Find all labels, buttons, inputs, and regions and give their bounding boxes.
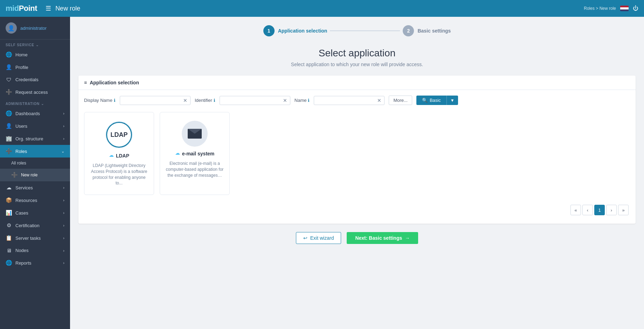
wizard-step-1: 1 Application selection	[263, 25, 327, 36]
ldap-name-row: ☁ LDAP	[109, 153, 129, 159]
sidebar-item-resources[interactable]: 📦 Resources ›	[0, 194, 70, 206]
administration-section-header: ADMINISTRATION ⌄	[0, 98, 70, 107]
org-structure-chevron-icon: ›	[63, 136, 64, 141]
sidebar-item-label: Nodes	[15, 248, 29, 253]
name-clear-icon[interactable]: ✕	[377, 98, 381, 103]
sidebar-item-label: Users	[15, 124, 27, 129]
sidebar-item-home[interactable]: 🌐 Home	[0, 48, 70, 61]
display-name-input[interactable]	[123, 98, 182, 103]
sidebar-item-new-role[interactable]: ➕ New role	[0, 169, 70, 181]
display-name-clear-icon[interactable]: ✕	[183, 98, 187, 103]
sidebar-item-services[interactable]: ☁ Services ›	[0, 181, 70, 194]
sidebar-item-label: Services	[15, 185, 33, 190]
sidebar-item-reports[interactable]: 🌐 Reports ›	[0, 257, 70, 269]
request-access-icon: ➕	[6, 89, 12, 95]
sidebar-item-label: Roles	[15, 149, 27, 154]
step2-circle: 2	[403, 25, 414, 36]
application-cards: LDAP ☁ LDAP LDAP (Lightweight Directory …	[84, 112, 630, 195]
sidebar-item-roles[interactable]: ➕ Roles ⌄	[0, 145, 70, 158]
search-dropdown-button[interactable]: ▼	[446, 96, 458, 105]
administration-chevron-icon[interactable]: ⌄	[41, 102, 44, 106]
sidebar-item-credentials[interactable]: 🛡 Credentials	[0, 74, 70, 86]
pagination-page-1-button[interactable]: 1	[594, 205, 605, 215]
sidebar-item-label: All roles	[11, 161, 26, 166]
administration-label: ADMINISTRATION	[6, 102, 40, 106]
search-row: Display Name ℹ ✕ Identifier ℹ ✕	[84, 96, 630, 105]
step2-label: Basic settings	[417, 28, 451, 34]
self-service-chevron-icon[interactable]: ⌄	[36, 43, 39, 47]
main-subheading: Select application to which your new rol…	[78, 62, 636, 67]
name-label: Name	[295, 98, 307, 103]
sidebar-item-certification[interactable]: ⚙ Certification ›	[0, 219, 70, 232]
ldap-name: LDAP	[116, 153, 129, 159]
exit-label: Exit wizard	[310, 235, 334, 241]
resources-icon: 📦	[6, 197, 12, 203]
wizard-step-2: 2 Basic settings	[403, 25, 451, 36]
self-service-label: SELF SERVICE	[6, 43, 34, 47]
more-button[interactable]: More...	[389, 96, 412, 105]
resources-chevron-icon: ›	[63, 198, 64, 202]
next-button[interactable]: Next: Basic settings →	[347, 232, 418, 244]
sidebar-item-org-structure[interactable]: 🏢 Org. structure ›	[0, 132, 70, 145]
nodes-icon: 🖥	[6, 247, 12, 253]
pagination-next-button[interactable]: ›	[606, 205, 617, 215]
pagination-last-button[interactable]: »	[618, 205, 629, 215]
new-role-icon: ➕	[11, 172, 18, 178]
next-label: Next: Basic settings	[355, 235, 402, 241]
sidebar-item-label: Server tasks	[15, 236, 41, 241]
sidebar-item-nodes[interactable]: 🖥 Nodes ›	[0, 244, 70, 257]
sidebar-item-label: Profile	[15, 65, 28, 70]
display-name-info-icon[interactable]: ℹ	[114, 98, 116, 103]
name-input[interactable]	[317, 98, 376, 103]
power-icon[interactable]: ⏻	[633, 5, 638, 12]
ldap-icon-circle: LDAP	[105, 121, 133, 149]
sidebar-item-users[interactable]: 👤 Users ›	[0, 120, 70, 132]
main-heading: Select application	[78, 48, 636, 59]
step2-num: 2	[407, 28, 410, 34]
breadcrumb-parent[interactable]: Roles	[584, 6, 595, 11]
sidebar-item-label: New role	[21, 173, 37, 177]
step-connector	[330, 30, 400, 31]
sidebar-item-profile[interactable]: 👤 Profile	[0, 61, 70, 74]
identifier-input[interactable]	[223, 98, 282, 103]
next-arrow-icon: →	[405, 235, 410, 241]
language-flag-icon[interactable]	[620, 6, 629, 11]
user-profile-area[interactable]: 👤 administrator	[0, 17, 70, 40]
footer-actions: ↩ Exit wizard Next: Basic settings →	[78, 232, 636, 244]
pagination-first-button[interactable]: «	[570, 205, 581, 215]
panel-body: Display Name ℹ ✕ Identifier ℹ ✕	[78, 90, 636, 224]
certification-icon: ⚙	[6, 222, 12, 229]
search-icon: 🔍	[422, 98, 428, 103]
topnav-right: Roles > New role ⏻	[584, 5, 638, 12]
logo-text-1: mid	[6, 4, 19, 13]
users-icon: 👤	[6, 123, 12, 129]
server-tasks-chevron-icon: ›	[63, 236, 64, 240]
sidebar-item-label: Reports	[15, 260, 32, 266]
sidebar-item-all-roles[interactable]: All roles	[0, 158, 70, 169]
panel-title: Application selection	[90, 80, 139, 85]
email-description: Electronic mail (e-mail) is a computer-b…	[166, 161, 224, 178]
sidebar-item-dashboards[interactable]: 🌐 Dashboards ›	[0, 107, 70, 120]
name-info-icon[interactable]: ℹ	[308, 98, 310, 103]
identifier-info-icon[interactable]: ℹ	[214, 98, 215, 103]
sidebar-item-request-access[interactable]: ➕ Request access	[0, 86, 70, 98]
display-name-input-wrap: ✕	[120, 96, 191, 105]
credentials-icon: 🛡	[6, 77, 12, 83]
identifier-clear-icon[interactable]: ✕	[283, 98, 287, 103]
username-label: administrator	[20, 26, 47, 31]
hamburger-icon[interactable]: ☰	[46, 5, 51, 12]
page-title: New role	[55, 5, 80, 12]
app-card-email[interactable]: ☁ e-mail system Electronic mail (e-mail)…	[160, 112, 230, 195]
top-navigation: midPoint ☰ New role Roles > New role ⏻	[0, 0, 644, 17]
users-chevron-icon: ›	[63, 124, 64, 128]
sidebar: 👤 administrator SELF SERVICE ⌄ 🌐 Home 👤 …	[0, 17, 70, 329]
sidebar-item-label: Cases	[15, 210, 28, 216]
exit-wizard-button[interactable]: ↩ Exit wizard	[296, 232, 341, 244]
search-button[interactable]: 🔍 Basic	[416, 96, 446, 105]
app-card-ldap[interactable]: LDAP ☁ LDAP LDAP (Lightweight Directory …	[84, 112, 154, 195]
pagination-prev-button[interactable]: ‹	[582, 205, 593, 215]
email-cloud-icon: ☁	[175, 150, 180, 156]
sidebar-item-cases[interactable]: 📊 Cases ›	[0, 206, 70, 219]
breadcrumb-current: New role	[600, 6, 616, 11]
sidebar-item-server-tasks[interactable]: 📋 Server tasks ›	[0, 232, 70, 244]
